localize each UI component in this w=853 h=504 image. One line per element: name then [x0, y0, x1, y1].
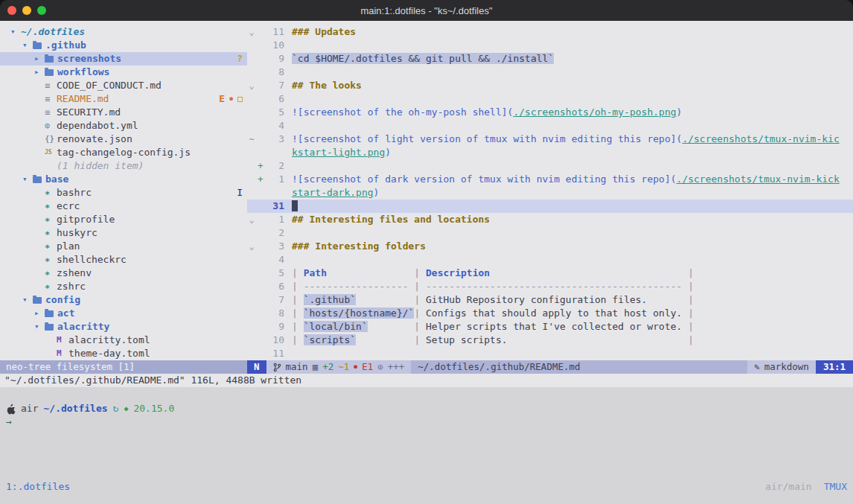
close-button[interactable]: [7, 6, 16, 15]
tree-item-dotfiles[interactable]: ▾~/.dotfiles: [0, 25, 247, 39]
rc-file-icon: ∗: [45, 226, 57, 240]
editor-line[interactable]: 5| Path | Description |: [247, 267, 853, 280]
editor-line[interactable]: 6| ------------------ | ----------------…: [247, 280, 853, 293]
editor-line[interactable]: 11: [247, 347, 853, 360]
tree-item-zshrc[interactable]: ∗zshrc: [0, 280, 247, 293]
editor-line[interactable]: 6: [247, 92, 853, 106]
tree-item-ecrc[interactable]: ∗ecrc: [0, 200, 247, 213]
tree-item-bashrc[interactable]: ∗bashrcI: [0, 186, 247, 200]
tree-item-renovate-json[interactable]: {}renovate.json: [0, 133, 247, 146]
mode-indicator: N: [247, 360, 266, 374]
editor-wrap-line[interactable]: kstart-light.png): [247, 146, 853, 159]
punctuation: |: [414, 307, 426, 319]
sign-column: [256, 106, 265, 119]
fold-column: [247, 293, 256, 307]
editor-line[interactable]: +1![screenshot of dark version of tmux w…: [247, 173, 853, 186]
line-text: ## Interesting files and locations: [284, 213, 490, 226]
editor-line[interactable]: 4: [247, 119, 853, 133]
tree-item-code-of-conduct-md[interactable]: ≡CODE_OF_CONDUCT.md: [0, 79, 247, 92]
sign-column: [256, 119, 265, 133]
editor-line[interactable]: +2: [247, 159, 853, 173]
tree-item-label: tag-changelog-config.js: [57, 146, 191, 159]
punctuation: |: [292, 321, 304, 332]
chevron-down-icon[interactable]: ▾: [22, 173, 33, 186]
chevron-down-icon[interactable]: ▾: [10, 25, 21, 39]
line-text: [284, 226, 292, 240]
editor-cursor-line[interactable]: 31: [247, 200, 853, 213]
editor-line[interactable]: ⌄1## Interesting files and locations: [247, 213, 853, 226]
tree-item-alacritty-toml[interactable]: Malacritty.toml: [0, 334, 247, 347]
line-text: | `scripts` | Setup scripts. |: [284, 334, 694, 347]
link-url: kstart-light.png: [292, 147, 385, 158]
titlebar[interactable]: main:1:.dotfiles - "ks~/.dotfiles": [0, 0, 853, 21]
editor-line[interactable]: ⌄11### Updates: [247, 25, 853, 39]
tree-item-huskyrc[interactable]: ∗huskyrc: [0, 226, 247, 240]
editor-line[interactable]: ⌄3### Interesting folders: [247, 240, 853, 253]
editor-line[interactable]: 7| `.github` | GitHub Repository configu…: [247, 293, 853, 307]
tree-item-theme-day-toml[interactable]: Mtheme-day.toml: [0, 347, 247, 360]
editor-line[interactable]: 8| `hosts/{hostname}/`| Configs that sho…: [247, 307, 853, 320]
editor-wrap-line[interactable]: start-dark.png): [247, 186, 853, 200]
neotree-sidebar[interactable]: ▾~/.dotfiles▾.github▸screenshots?▸workfl…: [0, 25, 247, 360]
minimize-button[interactable]: [22, 6, 31, 15]
link-url: ./screenshots/tmux-nvim-kick: [677, 173, 840, 185]
terminal-content: ▾~/.dotfiles▾.github▸screenshots?▸workfl…: [0, 21, 853, 504]
chevron-down-icon[interactable]: ▾: [22, 293, 33, 307]
fold-column: [247, 39, 256, 52]
tree-item-security-md[interactable]: ≡SECURITY.md: [0, 106, 247, 119]
editor-line[interactable]: ~3![screenshot of light version of tmux …: [247, 133, 853, 146]
tree-item-shellcheckrc[interactable]: ∗shellcheckrc: [0, 253, 247, 267]
heading-text: ### Updates: [292, 26, 356, 37]
filetype-label: markdown: [764, 360, 809, 374]
line-number: 8: [265, 307, 284, 320]
zoom-button[interactable]: [37, 6, 46, 15]
chevron-down-icon[interactable]: ▾: [34, 320, 45, 334]
editor-line[interactable]: 2: [247, 226, 853, 240]
editor-line[interactable]: 8: [247, 66, 853, 79]
tree-item-screenshots[interactable]: ▸screenshots?: [0, 52, 247, 66]
editor-line[interactable]: 9| `local/bin` | Helper scripts that I'v…: [247, 320, 853, 334]
inline-code: `hosts/{hostname}/`: [304, 307, 415, 319]
diagnostics-errors: E1: [362, 360, 373, 374]
sign-column: [256, 146, 265, 159]
line-text: [284, 66, 292, 79]
tree-item-act[interactable]: ▸act: [0, 307, 247, 320]
tree-item-gitprofile[interactable]: ∗gitprofile: [0, 213, 247, 226]
pencil-icon: ✎: [754, 360, 760, 374]
tmux-badge: TMUX: [824, 481, 847, 492]
tree-item-1-hidden-item[interactable]: (1 hidden item): [0, 159, 247, 173]
cwd-path: ~/.dotfiles: [43, 402, 107, 415]
editor-line[interactable]: 10| `scripts` | Setup scripts. |: [247, 334, 853, 347]
tmux-window-label[interactable]: 1:.dotfiles: [6, 481, 70, 492]
chevron-right-icon[interactable]: ▸: [34, 307, 45, 320]
tree-item-workflows[interactable]: ▸workflows: [0, 66, 247, 79]
tree-item-plan[interactable]: ∗plan: [0, 240, 247, 253]
inline-code: `scripts`: [304, 334, 356, 345]
tree-item-zshenv[interactable]: ∗zshenv: [0, 267, 247, 280]
editor-line[interactable]: ⌄7## The looks: [247, 79, 853, 92]
editor-line[interactable]: 4: [247, 253, 853, 267]
tree-item-dependabot-yml[interactable]: ⊙dependabot.yml: [0, 119, 247, 133]
terminal-shell[interactable]: air ~/.dotfiles ↻ ◆ 20.15.0 → 1:.dotfile…: [0, 387, 853, 504]
editor-buffer[interactable]: ⌄11### Updates109`cd $HOME/.dotfiles && …: [247, 25, 853, 360]
tree-item-github[interactable]: ▾.github: [0, 39, 247, 52]
chevron-right-icon[interactable]: ▸: [34, 66, 45, 79]
editor-line[interactable]: 5![screenshot of the oh-my-posh shell](.…: [247, 106, 853, 119]
folder-icon: [45, 310, 54, 317]
editor-line[interactable]: 9`cd $HOME/.dotfiles && git pull && ./in…: [247, 52, 853, 66]
line-number: 2: [265, 159, 284, 173]
chevron-down-icon[interactable]: ▾: [22, 39, 33, 52]
yml-file-icon: ⊙: [45, 119, 57, 133]
tree-item-label: SECURITY.md: [57, 106, 121, 119]
tree-item-tag-changelog-config-js[interactable]: JStag-changelog-config.js: [0, 146, 247, 159]
neotree-statusline: neo-tree filesystem [1]: [0, 360, 247, 374]
punctuation: |: [490, 267, 694, 278]
tree-item-base[interactable]: ▾base: [0, 173, 247, 186]
line-text: `cd $HOME/.dotfiles && git pull && ./ins…: [284, 52, 554, 66]
tree-item-alacritty[interactable]: ▾alacritty: [0, 320, 247, 334]
neotree-status-text: neo-tree filesystem [1]: [6, 361, 135, 372]
editor-line[interactable]: 10: [247, 39, 853, 52]
chevron-right-icon[interactable]: ▸: [34, 52, 45, 66]
tree-item-readme-md[interactable]: ≡README.mdE●: [0, 92, 247, 106]
tree-item-config[interactable]: ▾config: [0, 293, 247, 307]
